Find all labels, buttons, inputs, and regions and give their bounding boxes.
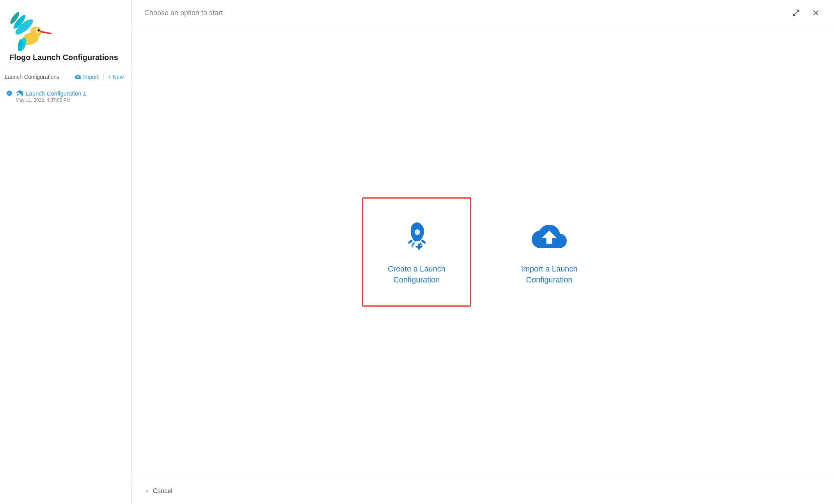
create-label: Create a LaunchConfiguration: [388, 263, 445, 285]
sidebar-toolbar: Launch Configurations Import | + New: [0, 69, 131, 85]
new-button[interactable]: + New: [105, 72, 127, 82]
chevron-left-icon: [144, 488, 150, 494]
svg-rect-13: [415, 246, 422, 248]
logo-area: Flogo Launch Configurations: [0, 0, 131, 69]
toolbar-label: Launch Configurations: [5, 74, 71, 80]
launch-config-rocket-icon: [16, 90, 23, 97]
close-icon: [811, 9, 820, 17]
expand-button[interactable]: [790, 7, 802, 19]
main-header-title: Choose an option to start: [144, 9, 223, 17]
import-button[interactable]: Import: [71, 72, 102, 82]
svg-line-5: [41, 32, 51, 34]
options-row: Create a LaunchConfiguration Import a La…: [362, 197, 604, 307]
main-body: Create a LaunchConfiguration Import a La…: [132, 26, 834, 478]
svg-point-11: [415, 229, 420, 235]
svg-point-3: [37, 29, 40, 32]
create-launch-config-card[interactable]: Create a LaunchConfiguration: [362, 197, 471, 307]
expand-icon: [792, 9, 800, 17]
rocket-small-icon: [6, 90, 12, 96]
cloud-upload-big-icon: [532, 219, 567, 254]
main-content: Choose an option to start: [132, 0, 834, 504]
flogo-logo: [8, 9, 59, 52]
create-icon: [399, 219, 434, 254]
svg-point-1: [30, 27, 41, 37]
sidebar-title: Flogo Launch Configurations: [8, 52, 120, 62]
main-footer: Cancel: [132, 478, 834, 504]
sidebar-item-launch-config-1[interactable]: Launch Configuration 1 May 11, 2022, 4:3…: [0, 85, 131, 105]
import-icon: [532, 219, 567, 254]
svg-point-4: [39, 30, 39, 30]
header-actions: [790, 7, 822, 19]
cancel-button[interactable]: Cancel: [144, 488, 172, 495]
cloud-upload-icon: [75, 74, 82, 80]
toolbar-divider: |: [103, 73, 104, 80]
close-button[interactable]: [810, 7, 822, 19]
sidebar-item-date: May 11, 2022, 4:37:05 PM: [6, 98, 125, 103]
sidebar: Flogo Launch Configurations Launch Confi…: [0, 0, 132, 504]
main-header: Choose an option to start: [132, 0, 834, 26]
rocket-plus-icon: [399, 219, 434, 254]
import-label: Import a LaunchConfiguration: [521, 263, 578, 285]
sidebar-item-name: Launch Configuration 1: [6, 90, 125, 97]
import-launch-config-card[interactable]: Import a LaunchConfiguration: [495, 197, 604, 307]
